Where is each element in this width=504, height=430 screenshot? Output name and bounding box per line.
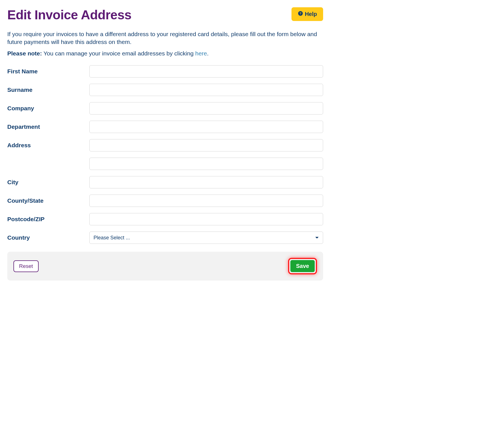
surname-field[interactable]	[89, 84, 323, 96]
page-title: Edit Invoice Address	[7, 7, 131, 22]
address-label: Address	[7, 139, 89, 149]
note-suffix: .	[207, 50, 209, 57]
department-label: Department	[7, 121, 89, 130]
save-button-highlight: Save	[288, 258, 317, 274]
city-field[interactable]	[89, 176, 323, 188]
address-line1-field[interactable]	[89, 139, 323, 151]
country-label: Country	[7, 232, 89, 241]
county-label: County/State	[7, 195, 89, 204]
help-icon: ?	[298, 11, 303, 18]
invoice-address-form: First Name Surname Company Department Ad…	[7, 65, 323, 250]
company-field[interactable]	[89, 102, 323, 114]
save-button[interactable]: Save	[290, 260, 315, 272]
button-bar: Reset Save	[7, 252, 323, 281]
company-label: Company	[7, 102, 89, 112]
note-body: You can manage your invoice email addres…	[42, 50, 195, 57]
reset-button[interactable]: Reset	[13, 260, 39, 272]
postcode-zip-field[interactable]	[89, 213, 323, 225]
note-text: Please note: You can manage your invoice…	[7, 50, 323, 57]
city-label: City	[7, 176, 89, 186]
help-button[interactable]: ? Help	[291, 7, 323, 21]
surname-label: Surname	[7, 84, 89, 93]
address-line2-field[interactable]	[89, 158, 323, 170]
first-name-field[interactable]	[89, 65, 323, 78]
first-name-label: First Name	[7, 65, 89, 75]
address2-label	[7, 158, 89, 160]
help-button-label: Help	[305, 11, 317, 17]
note-prefix: Please note:	[7, 50, 42, 57]
note-link-here[interactable]: here	[195, 50, 207, 57]
intro-text: If you require your invoices to have a d…	[7, 30, 323, 46]
postcode-label: Postcode/ZIP	[7, 213, 89, 223]
county-state-field[interactable]	[89, 195, 323, 207]
country-select[interactable]: Please Select ...	[89, 232, 323, 244]
department-field[interactable]	[89, 121, 323, 133]
svg-text:?: ?	[299, 11, 301, 15]
